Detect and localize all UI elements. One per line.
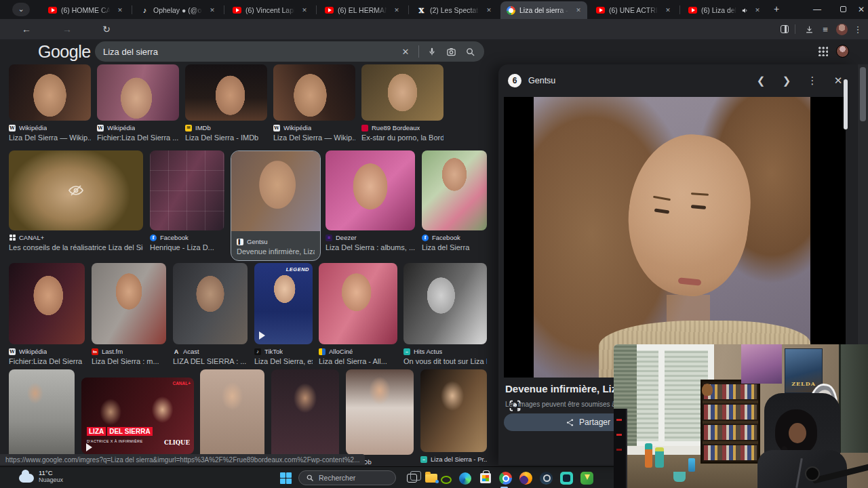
browser-tab-2[interactable]: ♪ Ophelay ● (@ophelay_ ✕ bbox=[134, 1, 221, 19]
previous-image-chevron-icon[interactable]: ❮ bbox=[751, 71, 770, 90]
tab-close-icon[interactable]: ✕ bbox=[115, 5, 125, 15]
search-bar[interactable]: Liza del sierra ✕ bbox=[95, 41, 484, 62]
google-account-avatar[interactable] bbox=[836, 45, 849, 58]
tab-close-icon[interactable]: ✕ bbox=[574, 5, 583, 15]
lens-search-icon[interactable] bbox=[445, 45, 457, 58]
x-favicon: 𝕏 bbox=[417, 6, 426, 15]
image-result-selected[interactable]: ▌Gentsu Devenue infirmière, Liza ... bbox=[231, 150, 321, 261]
panel-menu-kebab-icon[interactable]: ⋮ bbox=[803, 71, 822, 90]
hidden-content-eye-off-icon bbox=[68, 182, 84, 199]
image-result-hidden[interactable]: CANAL+ Les conseils de la réalisatrice L… bbox=[9, 150, 143, 251]
image-result[interactable]: –Liza del Sierra - Pr... bbox=[420, 369, 487, 463]
image-result[interactable]: fFacebook Liza del Sierra bbox=[422, 150, 487, 251]
image-result[interactable]: AlloCiné Liza del Sierra - All... bbox=[319, 263, 397, 365]
image-result[interactable] bbox=[9, 369, 75, 465]
thumbnail bbox=[403, 263, 487, 344]
voice-search-icon[interactable] bbox=[426, 45, 438, 58]
search-submit-icon[interactable] bbox=[464, 45, 476, 58]
preview-image-stage bbox=[504, 97, 846, 378]
clear-search-icon[interactable]: ✕ bbox=[399, 45, 412, 58]
image-result[interactable]: WWikipédia Fichier:Liza Del Sierra ... bbox=[97, 64, 179, 142]
steam-app-icon[interactable] bbox=[538, 470, 554, 486]
side-panel-icon[interactable] bbox=[777, 22, 792, 37]
thumbnail bbox=[346, 369, 414, 455]
firefox-app-icon[interactable] bbox=[518, 470, 534, 486]
tab-close-icon[interactable]: ✕ bbox=[663, 5, 673, 15]
image-result[interactable]: IMIMDb bbox=[346, 369, 414, 465]
weather-widget[interactable]: 11°C Nuageux bbox=[19, 469, 63, 483]
google-logo[interactable]: Google bbox=[38, 42, 91, 62]
new-tab-button[interactable]: + bbox=[768, 3, 785, 16]
canalplus-favicon bbox=[9, 235, 16, 241]
window-close-button[interactable]: ✕ bbox=[854, 0, 868, 19]
tab-close-icon[interactable]: ✕ bbox=[300, 5, 309, 15]
wikipedia-favicon: W bbox=[9, 348, 16, 355]
nvidia-app-icon[interactable] bbox=[437, 470, 452, 486]
image-result[interactable]: WWikipédia Liza Del Sierra — Wikip... bbox=[9, 64, 91, 142]
forward-icon[interactable]: → bbox=[60, 22, 75, 37]
teddy-bear bbox=[702, 384, 713, 396]
streaming-app-icon[interactable] bbox=[559, 470, 574, 486]
chrome-app-icon-active[interactable] bbox=[498, 470, 513, 486]
image-result[interactable]: fmLast.fm Liza Del Sierra : m... bbox=[92, 263, 166, 365]
browser-tab-4[interactable]: (6) EL HERMANO DE JIRE ✕ bbox=[319, 1, 406, 19]
image-result[interactable]: AAcast LIZA DEL SIERRA : ... bbox=[173, 263, 248, 365]
preview-image[interactable] bbox=[534, 97, 810, 378]
wikipedia-favicon: W bbox=[9, 125, 16, 131]
image-result[interactable]: IMIMDb Liza Del Sierra - IMDb bbox=[185, 64, 267, 142]
image-result-video[interactable]: LEGEND ♪TikTok Liza Del Sierra, ex... bbox=[254, 263, 313, 365]
desktop-screen: ⌄ (6) HOMME CAPABLE - Y ✕ ♪ Ophelay ● (@… bbox=[0, 0, 868, 488]
edge-app-icon[interactable] bbox=[457, 470, 473, 486]
preview-panel-header: 6 Gentsu ❮ ❯ ⋮ ✕ bbox=[498, 64, 857, 97]
browser-tab-5[interactable]: 𝕏 (2) Les Spectateurs sur X ✕ bbox=[411, 1, 498, 19]
image-result[interactable]: WWikipédia Fichier:Liza Del Sierra ... bbox=[9, 263, 85, 365]
preview-source-name[interactable]: Gentsu bbox=[528, 76, 745, 85]
browser-tab-active[interactable]: Liza del sierra - Recherche ✕ bbox=[500, 1, 587, 19]
window-maximize-button[interactable] bbox=[830, 0, 856, 19]
search-input[interactable]: Liza del sierra bbox=[103, 47, 393, 57]
reload-icon[interactable]: ↻ bbox=[99, 22, 114, 37]
image-result[interactable]: Rue89 Bordeaux Ex-star du porno, la Bord… bbox=[361, 64, 443, 142]
tab-close-icon[interactable]: ✕ bbox=[484, 5, 494, 15]
youtube-favicon bbox=[325, 7, 334, 14]
task-view-icon[interactable] bbox=[404, 470, 420, 486]
browser-tab-3[interactable]: (6) Vincent Lapierre - You ✕ bbox=[226, 1, 313, 19]
browser-tab-7[interactable]: (6) UNE ACTRICE X REPO ✕ bbox=[590, 1, 677, 19]
window-minimize-button[interactable]: — bbox=[804, 0, 830, 19]
image-result-video[interactable]: CANAL+ LIZADEL SIERRA D'ACTRICE X À INFI… bbox=[81, 378, 194, 454]
next-image-chevron-icon[interactable]: ❯ bbox=[777, 71, 796, 90]
weather-condition: Nuageux bbox=[39, 476, 63, 483]
tab-search-chevron-icon[interactable]: ⌄ bbox=[12, 3, 30, 16]
microsoft-store-icon[interactable] bbox=[477, 470, 493, 486]
image-result[interactable]: –Hits Actus On vous dit tout sur Liza D.… bbox=[403, 263, 487, 365]
wardrobe bbox=[839, 344, 868, 453]
wikipedia-favicon: W bbox=[273, 125, 280, 131]
back-icon[interactable]: ← bbox=[19, 22, 34, 37]
download-icon[interactable] bbox=[802, 22, 816, 37]
tab-close-icon[interactable]: ✕ bbox=[753, 5, 762, 15]
taskbar-search[interactable]: Rechercher bbox=[298, 470, 396, 485]
image-result[interactable]: ≡Deezer Liza Del Sierra : albums, ... bbox=[326, 150, 415, 251]
image-result[interactable]: WWikipédia Liza Del Sierra — Wikip... bbox=[273, 64, 355, 142]
image-result[interactable] bbox=[271, 369, 339, 465]
tab-audio-icon[interactable] bbox=[741, 7, 749, 14]
thumbnail: LEGEND bbox=[254, 263, 313, 344]
panel-scrollbar-thumb[interactable] bbox=[844, 79, 848, 129]
canal-title-overlay: LIZADEL SIERRA bbox=[87, 424, 154, 436]
acast-favicon: A bbox=[173, 348, 180, 355]
idm-app-icon[interactable] bbox=[579, 470, 595, 486]
cloud-icon bbox=[19, 474, 34, 483]
start-button[interactable] bbox=[278, 470, 294, 486]
image-result[interactable] bbox=[200, 369, 264, 465]
tab-close-icon[interactable]: ✕ bbox=[208, 5, 217, 15]
thumbnail bbox=[231, 151, 320, 231]
image-result[interactable]: fFacebook Henrique - Liza D... bbox=[150, 150, 224, 251]
menu-kebab-icon[interactable]: ⋮ bbox=[850, 22, 865, 37]
legend-watermark: LEGEND bbox=[286, 266, 309, 272]
browser-tab-8[interactable]: (6) Liza del Sierra "J'é ✕ bbox=[682, 1, 766, 19]
profile-avatar[interactable] bbox=[834, 22, 849, 37]
browser-tab-1[interactable]: (6) HOMME CAPABLE - Y ✕ bbox=[42, 1, 129, 19]
google-apps-grid-icon[interactable] bbox=[818, 46, 828, 56]
reading-list-icon[interactable]: ≡ bbox=[818, 22, 833, 37]
tab-close-icon[interactable]: ✕ bbox=[392, 5, 401, 15]
